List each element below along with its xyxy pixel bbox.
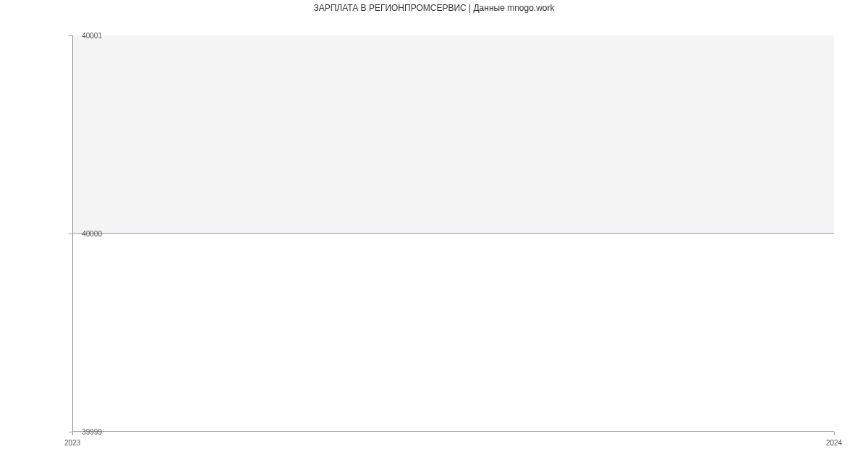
x-tick: [72, 432, 73, 435]
y-tick: [69, 35, 72, 36]
plot-background: [72, 35, 834, 234]
x-axis-label: 2023: [64, 439, 80, 447]
y-axis-line: [72, 35, 73, 432]
y-axis-label: 39999: [82, 428, 102, 436]
x-axis-label: 2024: [826, 439, 842, 447]
x-axis-line: [72, 431, 834, 432]
y-axis-label: 40000: [82, 230, 102, 238]
data-line: [72, 233, 834, 234]
chart-title: ЗАРПЛАТА В РЕГИОНПРОМСЕРВИС | Данные mno…: [0, 0, 868, 16]
plot-area: [72, 35, 834, 432]
y-tick: [69, 234, 72, 234]
x-tick: [834, 432, 835, 435]
y-axis-label: 40001: [82, 32, 102, 40]
